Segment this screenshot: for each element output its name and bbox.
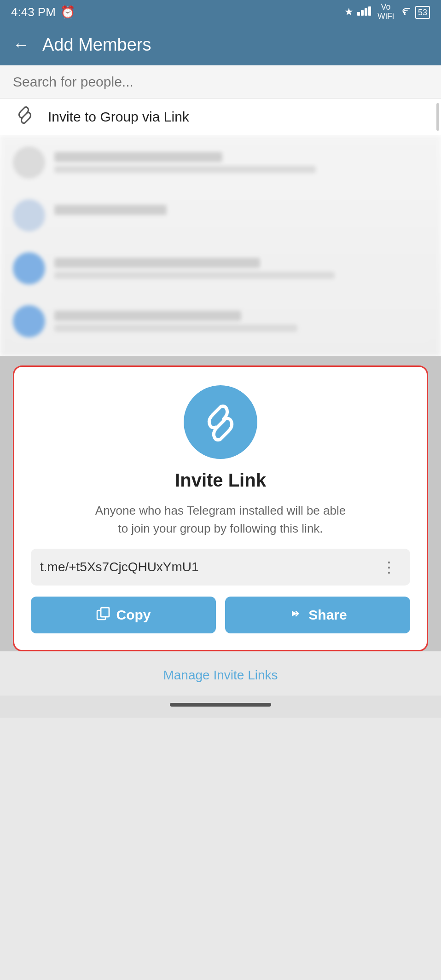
manage-invite-links-button[interactable]: Manage Invite Links [163,668,278,683]
manage-link-area: Manage Invite Links [0,651,441,696]
avatar [13,146,45,179]
avatar [13,199,45,232]
bluetooth-icon: ★ [344,6,354,18]
contact-row [13,143,428,183]
status-time: 4:43 PM [11,5,56,19]
contact-row [13,302,428,342]
alarm-icon: ⏰ [60,5,75,19]
invite-link-icon [13,105,37,129]
share-icon [288,607,302,624]
invite-link-modal: Invite Link Anyone who has Telegram inst… [13,365,428,651]
status-bar-left: 4:43 PM ⏰ [11,5,75,19]
copy-button[interactable]: Copy [31,597,216,633]
invite-link-icon-circle [184,385,257,459]
svg-rect-3 [368,6,371,16]
home-indicator [170,703,271,707]
svg-point-4 [404,13,406,15]
invite-row-label: Invite to Group via Link [48,109,428,125]
search-bar [0,65,441,99]
avatar [13,252,45,284]
top-bar: ← Add Members [0,24,441,65]
home-indicator-area [0,696,441,718]
svg-rect-1 [361,10,364,16]
svg-rect-2 [365,8,367,16]
page-title: Add Members [42,35,151,55]
contact-list [0,135,441,356]
share-button[interactable]: Share [225,597,410,633]
contact-row [13,249,428,289]
contact-sub [54,166,316,173]
back-button[interactable]: ← [13,35,29,54]
vowifi-label: VoWiFi [377,3,394,21]
modal-title: Invite Link [175,470,266,491]
invite-link-text: t.me/+t5Xs7CjcQHUxYmU1 [40,560,378,574]
avatar [13,305,45,337]
svg-line-5 [23,114,26,116]
contact-row [13,196,428,236]
scrollbar [436,103,439,131]
more-options-button[interactable]: ⋮ [378,558,401,576]
share-label: Share [308,607,347,623]
invite-link-box: t.me/+t5Xs7CjcQHUxYmU1 ⋮ [31,549,410,586]
search-input[interactable] [13,74,428,90]
svg-line-6 [218,420,224,427]
battery-level: 53 [415,6,430,19]
wifi-icon [398,6,412,18]
svg-rect-8 [101,608,109,617]
contact-name [54,205,167,215]
svg-rect-0 [357,12,360,16]
modal-description: Anyone who has Telegram installed will b… [92,502,349,538]
status-bar: 4:43 PM ⏰ ★ VoWiFi 53 [0,0,441,24]
contact-name [54,258,260,268]
contact-sub [54,325,297,332]
contact-name [54,311,241,321]
status-bar-right: ★ VoWiFi 53 [344,3,430,21]
battery-icon: 53 [415,6,430,18]
signal-icon [357,6,374,18]
bottom-sheet-bg: Invite Link Anyone who has Telegram inst… [0,356,441,651]
action-buttons: Copy Share [31,597,410,633]
contact-list-blur [0,135,441,356]
copy-icon [96,607,110,624]
contact-sub [54,272,335,279]
copy-label: Copy [116,607,151,623]
invite-row[interactable]: Invite to Group via Link [0,99,441,135]
contact-name [54,152,222,162]
